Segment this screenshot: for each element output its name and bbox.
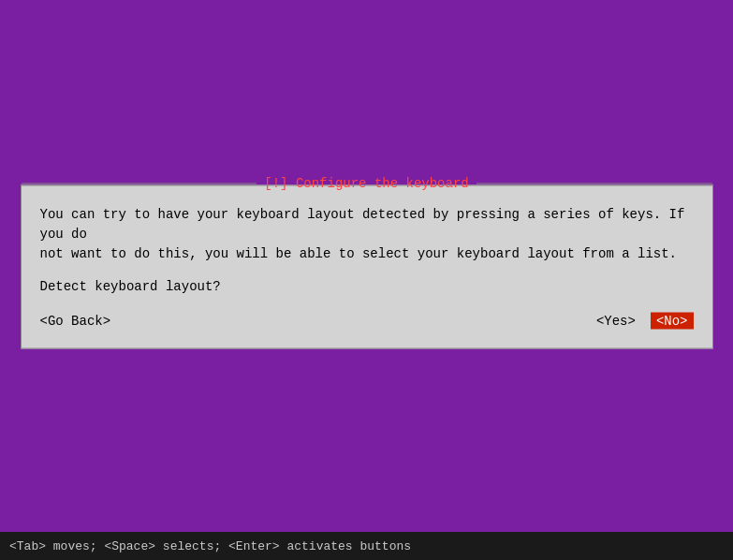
dialog-question: Detect keyboard layout? — [40, 279, 694, 294]
go-back-button[interactable]: <Go Back> — [40, 314, 111, 329]
dialog-body: You can try to have your keyboard layout… — [40, 205, 694, 264]
dialog-container: [!] Configure the keyboard You can try t… — [21, 185, 713, 349]
right-button-group: <Yes> <No> — [596, 313, 694, 330]
title-line-right — [476, 183, 712, 184]
dialog-title-bar: [!] Configure the keyboard — [22, 176, 712, 191]
bottom-bar: <Tab> moves; <Space> selects; <Enter> ac… — [0, 532, 733, 560]
dialog-buttons: <Go Back> <Yes> <No> — [40, 313, 694, 330]
bottom-bar-text: <Tab> moves; <Space> selects; <Enter> ac… — [9, 539, 411, 553]
body-line2: not want to do this, you will be able to… — [40, 244, 694, 264]
dialog-title: [!] Configure the keyboard — [264, 176, 468, 191]
yes-button[interactable]: <Yes> — [596, 314, 636, 329]
no-button[interactable]: <No> — [651, 313, 694, 330]
main-screen: [!] Configure the keyboard You can try t… — [0, 0, 733, 560]
configure-keyboard-dialog: [!] Configure the keyboard You can try t… — [21, 185, 713, 349]
body-line1: You can try to have your keyboard layout… — [40, 205, 694, 244]
title-line-left — [22, 183, 257, 184]
